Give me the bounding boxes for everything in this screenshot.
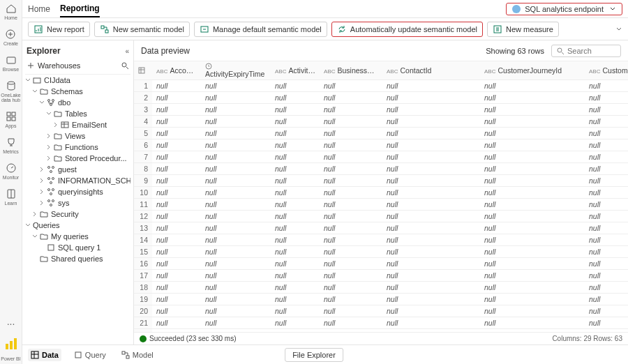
grid-cell[interactable]: null [201,234,271,246]
grid-cell[interactable]: null [585,282,628,294]
grid-cell[interactable]: null [152,270,201,282]
grid-cell[interactable]: null [585,151,628,163]
grid-cell[interactable]: null [152,104,201,116]
grid-cell[interactable]: null [382,92,480,104]
grid-cell[interactable]: null [480,258,585,270]
tree-views[interactable]: Views [25,130,130,142]
grid-cell[interactable]: null [480,92,585,104]
grid-cell[interactable]: null [201,317,271,329]
grid-cell[interactable]: null [585,317,628,329]
table-row[interactable]: 1nullnullnullnullnullnullnull [134,80,628,92]
grid-cell[interactable]: null [585,92,628,104]
grid-cell[interactable]: null [320,294,382,305]
grid-cell[interactable]: null [271,151,320,163]
grid-cell[interactable]: null [152,294,201,305]
table-row[interactable]: 20nullnullnullnullnullnullnull [134,305,628,317]
grid-cell[interactable]: null [320,246,382,258]
grid-cell[interactable]: null [271,246,320,258]
grid-cell[interactable]: null [271,317,320,329]
grid-cell[interactable]: null [480,246,585,258]
grid-cell[interactable]: null [320,222,382,234]
grid-cell[interactable]: null [382,282,480,294]
grid-col-activityexpirytime[interactable]: ActivityExpiryTime [201,61,271,80]
grid-cell[interactable]: null [382,175,480,187]
grid-cell[interactable]: null [480,305,585,317]
table-row[interactable]: 12nullnullnullnullnullnullnull [134,211,628,222]
table-row[interactable]: 2nullnullnullnullnullnullnull [134,92,628,104]
tree-security[interactable]: Security [25,208,130,220]
grid-cell[interactable]: null [201,92,271,104]
grid-cell[interactable]: null [320,92,382,104]
grid-cell[interactable]: null [320,163,382,175]
manage-default-button[interactable]: Manage default semantic model [194,22,327,37]
grid-cell[interactable]: null [320,128,382,139]
grid-cell[interactable]: null [201,104,271,116]
grid-cell[interactable]: null [271,187,320,199]
grid-cell[interactable]: null [271,234,320,246]
grid-cell[interactable]: null [271,211,320,222]
tab-home[interactable]: Home [28,1,50,17]
grid-cell[interactable]: null [320,116,382,128]
grid-cell[interactable]: null [585,80,628,92]
new-report-button[interactable]: New report [28,22,90,37]
grid-cell[interactable]: null [480,199,585,211]
grid-cell[interactable]: null [271,80,320,92]
grid-cell[interactable]: null [271,199,320,211]
grid-cell[interactable]: null [382,187,480,199]
rail-home[interactable]: Home [4,3,17,20]
tab-reporting[interactable]: Reporting [60,1,100,17]
grid-cell[interactable]: null [320,187,382,199]
bottom-tab-data[interactable]: Data [28,349,61,361]
grid-cell[interactable]: null [480,116,585,128]
grid-cell[interactable]: null [382,258,480,270]
grid-col-accountid[interactable]: ABCAccountId [152,61,201,80]
tree-emailsent[interactable]: EmailSent [25,119,130,130]
bottom-tab-model[interactable]: Model [119,349,156,361]
grid-cell[interactable]: null [382,116,480,128]
table-row[interactable]: 7nullnullnullnullnullnullnull [134,151,628,163]
grid-cell[interactable]: null [320,270,382,282]
rail-learn[interactable]: Learn [5,188,17,206]
grid-cell[interactable]: null [585,139,628,151]
grid-cell[interactable]: null [480,317,585,329]
grid-cell[interactable]: null [271,104,320,116]
grid-cell[interactable]: null [585,222,628,234]
grid-col-businessunitid[interactable]: ABCBusinessUnitId [320,61,382,80]
grid-cell[interactable]: null [585,270,628,282]
grid-cell[interactable]: null [382,294,480,305]
grid-cell[interactable]: null [320,258,382,270]
grid-cell[interactable]: null [152,163,201,175]
grid-cell[interactable]: null [201,139,271,151]
grid-cell[interactable]: null [271,92,320,104]
tree-queryinsights[interactable]: queryinsights [25,186,130,197]
data-grid[interactable]: ABCAccountIdActivityExpiryTimeABCActivit… [134,61,628,332]
grid-cell[interactable]: null [320,80,382,92]
grid-cell[interactable]: null [152,222,201,234]
powerbi-icon[interactable] [4,337,18,351]
grid-cell[interactable]: null [320,282,382,294]
table-row[interactable]: 19nullnullnullnullnullnullnull [134,294,628,305]
rail-metrics[interactable]: Metrics [3,137,19,154]
table-row[interactable]: 18nullnullnullnullnullnullnull [134,282,628,294]
grid-cell[interactable]: null [152,139,201,151]
table-row[interactable]: 10nullnullnullnullnullnullnull [134,187,628,199]
grid-cell[interactable]: null [201,151,271,163]
preview-search[interactable] [551,45,621,57]
grid-cell[interactable]: null [152,116,201,128]
auto-update-button[interactable]: Automatically update semantic model [331,22,483,37]
grid-cell[interactable]: null [152,80,201,92]
grid-cell[interactable]: null [201,199,271,211]
grid-cell[interactable]: null [585,163,628,175]
grid-cell[interactable]: null [480,128,585,139]
table-row[interactable]: 21nullnullnullnullnullnullnull [134,317,628,329]
grid-cell[interactable]: null [320,234,382,246]
grid-cell[interactable]: null [152,305,201,317]
grid-cell[interactable]: null [201,163,271,175]
toolbar-overflow[interactable] [615,26,622,33]
grid-cell[interactable]: null [152,282,201,294]
grid-cell[interactable]: null [585,199,628,211]
grid-cell[interactable]: null [480,270,585,282]
grid-cell[interactable]: null [480,294,585,305]
explorer-collapse[interactable]: « [125,47,129,55]
grid-cell[interactable]: null [480,104,585,116]
